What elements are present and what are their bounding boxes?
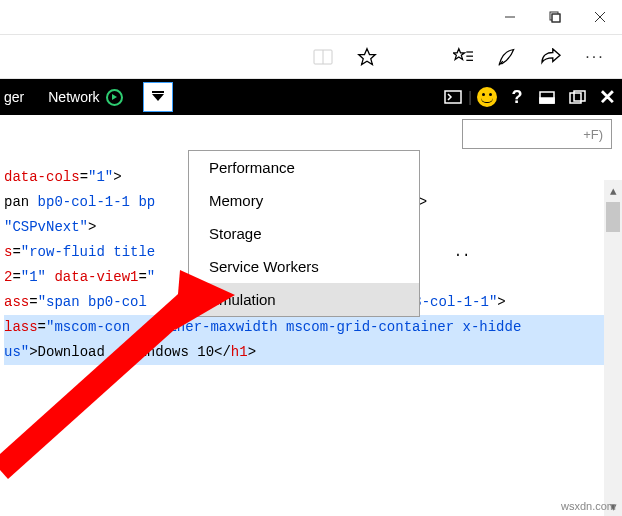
svg-rect-16 [540, 98, 554, 103]
more-tools-dropdown-button[interactable] [143, 82, 173, 112]
find-placeholder-fragment: +F) [583, 127, 603, 142]
menu-item-memory[interactable]: Memory [189, 184, 419, 217]
reading-view-icon[interactable] [312, 46, 334, 68]
window-titlebar [0, 0, 622, 35]
close-devtools-icon[interactable]: ✕ [592, 79, 622, 115]
find-input-fragment[interactable]: +F) [462, 119, 612, 149]
vertical-scrollbar[interactable]: ▴ ▾ [604, 180, 622, 516]
scroll-up-button[interactable]: ▴ [604, 180, 622, 200]
undock-icon[interactable] [562, 79, 592, 115]
browser-toolbar: ··· [0, 35, 622, 79]
more-tools-dropdown: Performance Memory Storage Service Worke… [188, 150, 420, 317]
svg-marker-8 [359, 48, 376, 64]
svg-rect-2 [552, 14, 560, 22]
close-window-button[interactable] [577, 0, 622, 34]
favorite-star-icon[interactable] [356, 46, 378, 68]
console-icon[interactable] [438, 79, 468, 115]
help-icon[interactable]: ? [502, 79, 532, 115]
play-icon [106, 89, 123, 106]
feedback-icon[interactable] [472, 79, 502, 115]
share-icon[interactable] [540, 46, 562, 68]
devtools-toolbar: ger Network | ? ✕ [0, 79, 622, 115]
web-notes-icon[interactable] [496, 46, 518, 68]
menu-item-service-workers[interactable]: Service Workers [189, 250, 419, 283]
tab-debugger-fragment[interactable]: ger [0, 79, 36, 115]
watermark: wsxdn.com [561, 500, 616, 512]
menu-item-storage[interactable]: Storage [189, 217, 419, 250]
tab-network-label: Network [48, 89, 99, 105]
maximize-button[interactable] [532, 0, 577, 34]
code-line-highlighted: us">Download indows 10</h1> [4, 340, 604, 365]
scroll-thumb[interactable] [606, 202, 620, 232]
menu-item-performance[interactable]: Performance [189, 151, 419, 184]
favorites-list-icon[interactable] [452, 46, 474, 68]
minimize-button[interactable] [487, 0, 532, 34]
svg-rect-14 [445, 91, 461, 103]
svg-marker-9 [453, 48, 465, 59]
more-actions-icon[interactable]: ··· [584, 46, 606, 68]
tab-network[interactable]: Network [36, 79, 134, 115]
dock-bottom-icon[interactable] [532, 79, 562, 115]
menu-item-emulation[interactable]: Emulation [189, 283, 419, 316]
code-line-highlighted: lass="mscom-conainer-maxwidth mscom-grid… [4, 315, 604, 340]
